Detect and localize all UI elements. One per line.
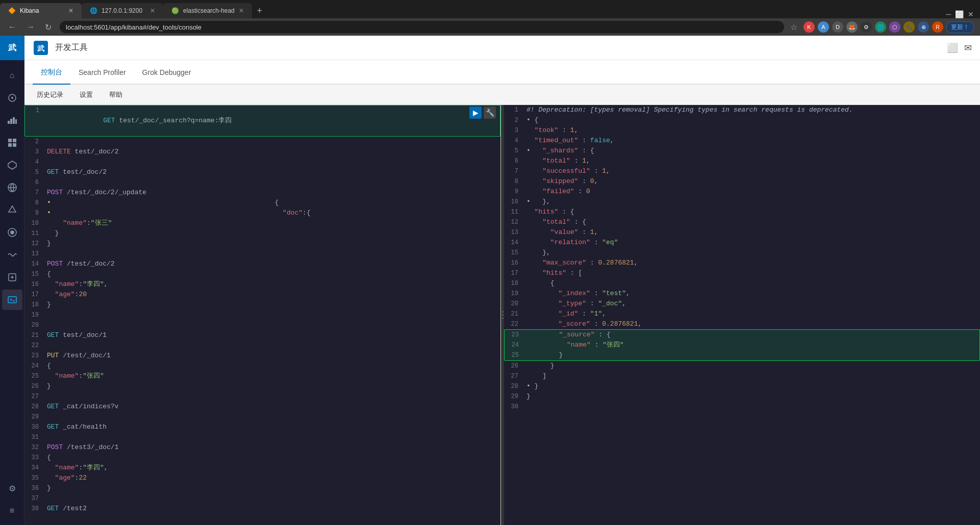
tab-eshead[interactable]: 🟢 elasticsearch-head ✕ (163, 3, 252, 18)
code-line-30: 30 GET _cat/health (24, 422, 500, 432)
sidebar-item-dashboard[interactable] (2, 133, 22, 153)
code-line-14: 14 POST /test/_doc/2 (24, 259, 500, 269)
sidebar-item-ml[interactable] (2, 200, 22, 220)
help-btn[interactable]: 帮助 (105, 88, 127, 101)
extension-icon-9[interactable]: ⊕ (918, 21, 929, 33)
code-line-17: 17 "age":20 (24, 290, 500, 300)
code-line-1: 1 GET test/_doc/_search?q=name:李四 ▶ 🔧 (24, 105, 500, 137)
tab-label-kibana: Kibana (20, 7, 39, 14)
tab-favicon-elastic: 🌐 (90, 7, 97, 14)
app-logo: 武 (33, 40, 49, 56)
sidebar-item-devtools[interactable] (2, 290, 22, 310)
sidebar-item-apm[interactable] (2, 267, 22, 287)
right-editor-panel[interactable]: 1 #! Deprecation: [types removal] Specif… (504, 105, 980, 525)
sidebar-item-collapse[interactable]: ≡ (2, 501, 22, 521)
code-line-13: 13 (24, 249, 500, 259)
tab-elastic[interactable]: 🌐 127.0.0.1:9200 ✕ (82, 3, 163, 18)
sidebar-item-canvas[interactable] (2, 155, 22, 175)
response-line-27: 27 ] (504, 371, 980, 381)
sidebar-item-maps[interactable] (2, 177, 22, 198)
sidebar-item-visualize[interactable] (2, 110, 22, 130)
svg-rect-4 (13, 117, 15, 124)
extension-icon-2[interactable]: A (818, 21, 829, 33)
tab-close-eshead[interactable]: ✕ (239, 7, 244, 14)
response-line-19: 19 "_index" : "test", (504, 288, 980, 299)
history-btn[interactable]: 历史记录 (33, 88, 67, 101)
settings-btn[interactable]: 设置 (76, 88, 97, 101)
code-line-25: 25 "name":"张四" (24, 371, 500, 381)
response-line-20: 20 "_type" : "_doc", (504, 299, 980, 309)
run-button[interactable]: ▶ (469, 107, 482, 119)
bookmark-icon[interactable]: ☆ (790, 22, 797, 32)
code-line-27: 27 (24, 391, 500, 402)
minimize-button[interactable]: ─ (946, 10, 951, 18)
browser-addressbar: ← → ↻ localhost:5601/app/kibana#/dev_too… (0, 18, 980, 36)
tab-search-profiler[interactable]: Search Profiler (70, 61, 134, 85)
reload-button[interactable]: ↻ (43, 21, 54, 33)
tab-close-kibana[interactable]: ✕ (68, 7, 73, 14)
extension-icon-4[interactable]: 🦊 (846, 21, 858, 33)
code-line-6: 6 (24, 177, 500, 188)
response-line-21: 21 "_id" : "1", (504, 309, 980, 319)
response-line-30: 30 (504, 402, 980, 412)
toolbar: 历史记录 设置 帮助 (24, 85, 980, 105)
code-line-15: 15 { (24, 269, 500, 279)
sidebar-item-management[interactable]: ⚙ (2, 478, 22, 498)
fullscreen-icon[interactable]: ⬜ (947, 42, 958, 54)
sidebar-item-monitoring[interactable] (2, 245, 22, 265)
code-line-35: 35 "age":22 (24, 473, 500, 483)
tab-console[interactable]: 控制台 (33, 61, 70, 85)
user-avatar[interactable]: R (932, 21, 943, 33)
svg-rect-9 (13, 143, 16, 147)
forward-button[interactable]: → (24, 21, 37, 33)
response-line-22: 22 "_score" : 0.2876821, (504, 319, 980, 329)
code-line-32: 32 POST /test3/_doc/1 (24, 442, 500, 453)
code-line-19: 19 (24, 310, 500, 320)
close-button[interactable]: ✕ (968, 10, 974, 18)
sidebar-item-graph[interactable] (2, 222, 22, 243)
code-line-2: 2 (24, 137, 500, 147)
code-line-12: 12 } (24, 239, 500, 249)
code-line-10: 10 "name":"张三" (24, 218, 500, 228)
browser-chrome: 🔶 Kibana ✕ 🌐 127.0.0.1:9200 ✕ 🟢 elastics… (0, 0, 980, 36)
tab-close-elastic[interactable]: ✕ (150, 7, 155, 14)
update-button[interactable]: 更新！ (946, 21, 974, 33)
code-line-7: 7 POST /test/_doc/2/_update (24, 188, 500, 198)
sidebar-item-discover[interactable] (2, 88, 22, 108)
tab-grok-debugger[interactable]: Grok Debugger (134, 61, 199, 85)
svg-rect-2 (8, 121, 10, 124)
response-line-8: 8 "skipped" : 0, (504, 176, 980, 187)
tab-label-elastic: 127.0.0.1:9200 (102, 7, 142, 14)
line-num-1: 1 (25, 106, 45, 116)
code-line-37: 37 (24, 493, 500, 504)
add-tab-button[interactable]: + (252, 3, 267, 18)
svg-rect-8 (8, 143, 12, 147)
address-input[interactable]: localhost:5601/app/kibana#/dev_tools/con… (60, 21, 784, 33)
code-line-3: 3 DELETE test/_doc/2 (24, 147, 500, 157)
left-editor-panel[interactable]: 1 GET test/_doc/_search?q=name:李四 ▶ 🔧 2 (24, 105, 501, 525)
response-line-11: 11 "hits" : { (504, 207, 980, 217)
svg-rect-3 (10, 119, 12, 124)
sidebar-item-home[interactable]: ⌂ (2, 65, 22, 86)
tab-kibana[interactable]: 🔶 Kibana ✕ (0, 3, 82, 18)
response-line-25: 25 } (504, 350, 980, 361)
mail-icon[interactable]: ✉ (964, 42, 972, 54)
code-line-11: 11 } (24, 228, 500, 239)
tab-label-eshead: elasticsearch-head (183, 7, 235, 14)
app-title: 开发工具 (55, 42, 88, 53)
extension-icon-3[interactable]: D (832, 21, 843, 33)
extension-icon-6[interactable]: 🌐 (875, 21, 886, 33)
line-content-1: GET test/_doc/_search?q=name:李四 (45, 106, 465, 136)
code-line-36: 36 } (24, 483, 500, 493)
extension-icon-7[interactable]: ⬡ (889, 21, 900, 33)
extension-icon-1[interactable]: K (803, 21, 815, 33)
response-line-16: 16 "max_score" : 0.2876821, (504, 258, 980, 268)
maximize-button[interactable]: ⬜ (955, 10, 964, 18)
response-line-14: 14 "relation" : "eq" (504, 238, 980, 248)
extension-icon-5[interactable]: ⚙ (861, 21, 872, 33)
wrench-button[interactable]: 🔧 (484, 107, 496, 119)
response-line-7: 7 "successful" : 1, (504, 166, 980, 176)
svg-rect-6 (8, 139, 12, 142)
back-button[interactable]: ← (6, 21, 18, 33)
extension-icon-8[interactable]: 🐾 (903, 21, 915, 33)
